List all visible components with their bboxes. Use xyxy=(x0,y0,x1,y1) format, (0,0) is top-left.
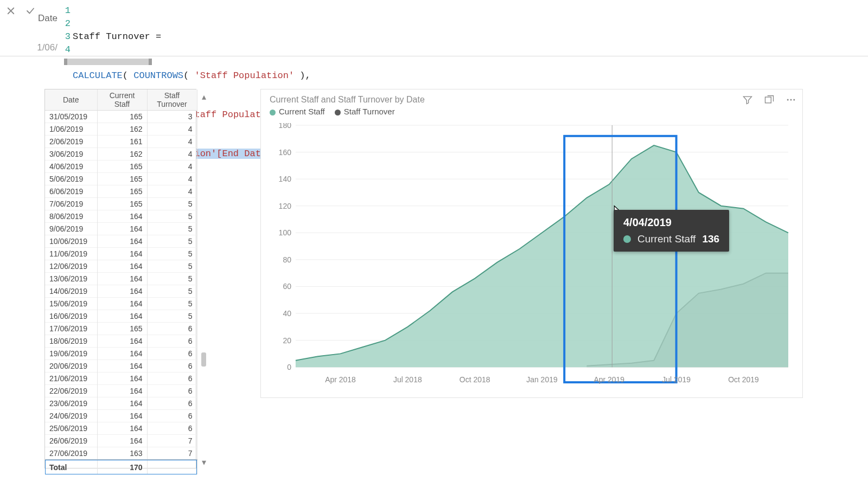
table-row[interactable]: 13/06/20191645 xyxy=(45,273,197,285)
chart-visual[interactable]: Current Staff and Staff Turnover by Date… xyxy=(260,89,803,398)
svg-text:0: 0 xyxy=(287,363,291,371)
table-row[interactable]: 5/06/20191654 xyxy=(45,173,197,185)
table-row[interactable]: 7/06/20191655 xyxy=(45,198,197,210)
table-row[interactable]: 21/06/20191646 xyxy=(45,373,197,385)
table-row[interactable]: 3/06/20191624 xyxy=(45,148,197,160)
svg-text:Oct 2018: Oct 2018 xyxy=(459,375,490,384)
legend-dot-icon xyxy=(270,110,276,115)
svg-text:140: 140 xyxy=(279,175,292,183)
scroll-down-icon[interactable]: ▾ xyxy=(200,458,208,466)
table-row[interactable]: 15/06/20191645 xyxy=(45,298,197,310)
svg-text:Jan 2019: Jan 2019 xyxy=(526,375,558,384)
svg-text:Jul 2018: Jul 2018 xyxy=(393,375,422,384)
chart-title: Current Staff and Staff Turnover by Date xyxy=(261,89,802,107)
table-row[interactable]: 17/06/20191656 xyxy=(45,323,197,335)
table-row[interactable]: 31/05/20191653 xyxy=(45,111,197,123)
table-row[interactable]: 19/06/20191646 xyxy=(45,348,197,360)
table-header-cell[interactable]: Current Staff xyxy=(97,89,147,111)
legend-dot-icon xyxy=(335,110,341,115)
legend-item-staff-turnover: Staff Turnover xyxy=(335,107,395,116)
chart-plot-area[interactable]: 020406080100120140160180 Apr 2018Jul 201… xyxy=(272,123,792,392)
tooltip-date: 4/04/2019 xyxy=(623,216,719,229)
ellipsis-icon xyxy=(786,94,796,105)
formula-line-gutter: 1234 xyxy=(59,4,71,56)
svg-rect-0 xyxy=(765,97,771,103)
svg-text:Apr 2019: Apr 2019 xyxy=(593,375,624,384)
svg-text:80: 80 xyxy=(283,255,291,264)
table-row[interactable]: 12/06/20191645 xyxy=(45,260,197,273)
table-row[interactable]: 26/06/20191647 xyxy=(45,435,197,447)
field-label: Date xyxy=(35,13,58,24)
table-header-cell[interactable]: Date xyxy=(45,89,97,111)
svg-text:100: 100 xyxy=(279,228,292,237)
close-icon xyxy=(6,6,16,16)
table-row[interactable]: 24/06/20191646 xyxy=(45,410,197,422)
tooltip-series-value: 136 xyxy=(702,233,719,245)
svg-point-1 xyxy=(787,99,789,101)
field-well-label: Date 1/06/ xyxy=(35,13,58,53)
svg-text:180: 180 xyxy=(279,123,292,130)
field-value-partial: 1/06/ xyxy=(35,42,58,53)
tooltip-series-name: Current Staff xyxy=(637,233,695,245)
chart-tooltip: 4/04/2019 Current Staff 136 xyxy=(614,210,729,252)
table-row[interactable]: 11/06/20191645 xyxy=(45,248,197,260)
table-row[interactable]: 8/06/20191645 xyxy=(45,210,197,223)
table-row[interactable]: 18/06/20191646 xyxy=(45,335,197,348)
svg-text:20: 20 xyxy=(283,336,291,345)
legend-item-current-staff: Current Staff xyxy=(270,107,325,116)
table-row[interactable]: 14/06/20191645 xyxy=(45,285,197,298)
table-row[interactable]: 10/06/20191645 xyxy=(45,235,197,248)
table-header-row: DateCurrent StaffStaff Turnover xyxy=(45,89,197,111)
table-row[interactable]: 6/06/20191654 xyxy=(45,185,197,198)
check-icon xyxy=(25,6,35,16)
chart-filter-button[interactable] xyxy=(742,94,754,106)
svg-point-3 xyxy=(793,99,795,101)
filter-icon xyxy=(742,94,753,105)
svg-text:120: 120 xyxy=(279,202,292,210)
table-row[interactable]: 9/06/20191645 xyxy=(45,223,197,235)
data-table-visual[interactable]: DateCurrent StaffStaff Turnover 31/05/20… xyxy=(44,89,196,468)
svg-text:Oct 2019: Oct 2019 xyxy=(728,375,759,384)
formula-horizontal-scrollbar[interactable] xyxy=(64,59,152,65)
table-row[interactable]: 4/06/20191654 xyxy=(45,160,197,173)
tooltip-series-dot-icon xyxy=(623,235,631,243)
chart-more-options-button[interactable] xyxy=(785,94,797,106)
svg-text:Jul 2019: Jul 2019 xyxy=(662,375,691,384)
svg-text:60: 60 xyxy=(283,282,291,291)
svg-point-2 xyxy=(790,99,792,101)
formula-bar: Date 1/06/ 1234 Staff Turnover = CALCULA… xyxy=(0,0,868,56)
formula-cancel-button[interactable] xyxy=(3,3,18,18)
table-total-label: Total xyxy=(45,460,97,474)
table-row[interactable]: 25/06/20191646 xyxy=(45,422,197,435)
table-row[interactable]: 16/06/20191645 xyxy=(45,310,197,323)
table-header-cell[interactable]: Staff Turnover xyxy=(147,89,197,111)
scroll-up-icon[interactable]: ▴ xyxy=(200,92,208,101)
table-total-row: Total 170 xyxy=(45,460,197,474)
table-row[interactable]: 22/06/20191646 xyxy=(45,385,197,397)
svg-text:160: 160 xyxy=(279,148,292,157)
table-total-value: 170 xyxy=(97,460,147,474)
svg-text:40: 40 xyxy=(283,309,291,318)
chart-legend: Current Staff Staff Turnover xyxy=(261,107,802,119)
focus-mode-icon xyxy=(764,94,775,105)
table-row[interactable]: 23/06/20191646 xyxy=(45,397,197,410)
table-row[interactable]: 27/06/20191637 xyxy=(45,447,197,460)
chart-focus-mode-button[interactable] xyxy=(763,94,775,106)
table-vertical-scrollbar[interactable]: ▴ ▾ xyxy=(200,92,208,466)
svg-text:Apr 2018: Apr 2018 xyxy=(325,375,356,384)
scrollbar-thumb[interactable] xyxy=(201,352,206,367)
table-row[interactable]: 1/06/20191624 xyxy=(45,123,197,136)
table-row[interactable]: 2/06/20191614 xyxy=(45,136,197,148)
table-row[interactable]: 20/06/20191646 xyxy=(45,360,197,373)
